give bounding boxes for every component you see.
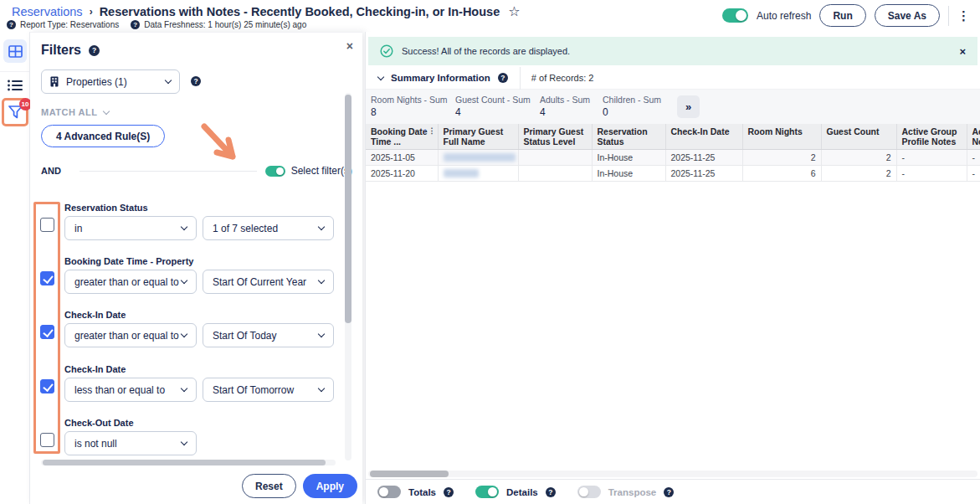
filter-operator-select[interactable]: greater than or equal to — [64, 270, 197, 294]
filter-field-label: Booking Date Time - Property — [64, 256, 193, 266]
stat-label: Adults - Sum — [540, 95, 590, 105]
filters-title: Filters — [41, 43, 81, 58]
sidebar-item-filters[interactable]: 10 — [8, 105, 23, 120]
chevron-down-icon — [318, 224, 325, 230]
filter-operator-select[interactable]: less than or equal to — [64, 378, 197, 402]
column-header-check-in-date[interactable]: Check-In Date — [665, 124, 742, 150]
table-horizontal-scrollbar[interactable] — [368, 471, 977, 477]
filter-checkbox[interactable] — [40, 325, 54, 339]
column-header-room-nights[interactable]: Room Nights — [742, 124, 821, 150]
panel-horizontal-scrollbar[interactable] — [41, 460, 336, 465]
column-menu-icon[interactable]: ⋮ — [428, 127, 436, 135]
table-header-row: Booking Date Time ... ↑ ⋮ Primary Guest … — [366, 124, 980, 150]
chevron-down-icon — [318, 331, 325, 337]
table-row[interactable]: 2025-11-05 In-House 2025-11-25 2 2 - - — [366, 150, 980, 166]
help-icon[interactable]: ? — [191, 76, 201, 86]
filter-checkbox[interactable] — [40, 218, 54, 232]
properties-dropdown[interactable]: Properties (1) — [41, 69, 180, 94]
table-row[interactable]: 2025-11-20 In-House 2025-11-25 6 2 - - — [366, 166, 980, 182]
more-options-icon[interactable]: ⋮ — [957, 9, 970, 22]
success-banner: Success! All of the records are displaye… — [368, 37, 977, 65]
filter-checkbox[interactable] — [40, 379, 54, 393]
chevron-down-icon — [181, 385, 187, 392]
filters-annotation-box: 10 — [2, 98, 28, 126]
chevron-down-icon — [165, 77, 172, 84]
collapse-chevron-icon[interactable] — [377, 73, 384, 80]
filter-value-select[interactable]: Start Of Today — [203, 323, 334, 347]
save-as-button[interactable]: Save As — [875, 4, 940, 27]
apply-button[interactable]: Apply — [303, 474, 357, 498]
close-icon[interactable]: × — [346, 39, 353, 53]
run-button[interactable]: Run — [819, 4, 865, 27]
reset-button[interactable]: Reset — [242, 474, 296, 498]
filter-value-select[interactable]: 1 of 7 selected — [203, 216, 334, 240]
details-toggle[interactable] — [475, 486, 499, 498]
success-check-icon — [380, 44, 393, 58]
sort-ascending-icon[interactable]: ↑ — [423, 126, 428, 136]
help-icon[interactable]: ? — [131, 20, 140, 29]
filter-operator-select[interactable]: greater than or equal to — [64, 323, 197, 347]
filter-value-select[interactable]: Start Of Current Year — [203, 270, 334, 294]
totals-toggle[interactable] — [377, 486, 401, 498]
sidebar-item-list-view[interactable] — [6, 79, 24, 92]
close-icon[interactable]: × — [959, 45, 966, 58]
breadcrumb-reservations-link[interactable]: Reservations — [12, 5, 83, 18]
help-icon[interactable]: ? — [546, 487, 556, 497]
match-all-dropdown[interactable]: MATCH ALL — [41, 107, 109, 117]
column-header-active-group-profile-notes[interactable]: Active Group Profile Notes — [896, 124, 967, 150]
filter-operator-select[interactable]: in — [64, 216, 197, 240]
filters-panel: × Filters ? Properties (1) ? MATCH ALL 4… — [30, 32, 362, 504]
scrollbar-thumb[interactable] — [345, 95, 351, 323]
advanced-rules-button[interactable]: 4 Advanced Rule(S) — [41, 125, 165, 147]
expand-stats-button[interactable]: » — [677, 95, 700, 118]
column-header-active-notes[interactable]: Active Notes — [967, 124, 980, 150]
building-icon — [50, 76, 59, 87]
breadcrumb-separator-icon: › — [90, 6, 93, 18]
cell-guest-count: 2 — [821, 166, 896, 182]
filter-checkbox[interactable] — [40, 271, 54, 285]
transpose-toggle[interactable] — [577, 486, 601, 498]
filter-field-label: Check-In Date — [64, 310, 126, 320]
cell-room-nights: 2 — [742, 150, 821, 166]
scrollbar-thumb[interactable] — [370, 471, 449, 477]
chevron-down-icon — [181, 439, 187, 445]
summary-info-row: Summary Information ? # of Records: 2 — [366, 67, 980, 90]
column-header-reservation-status[interactable]: Reservation Status — [592, 124, 665, 150]
and-operator-label: AND — [41, 166, 61, 176]
select-filters-toggle[interactable] — [265, 166, 285, 177]
stat-label: Children - Sum — [603, 95, 661, 105]
filter-value-select[interactable]: Start Of Tomorrow — [203, 378, 334, 402]
list-icon — [8, 80, 23, 91]
scrollbar-thumb[interactable] — [43, 460, 326, 465]
help-icon[interactable]: ? — [89, 45, 100, 56]
stat-value: 0 — [603, 106, 661, 118]
cell-group-profile-notes: - — [896, 150, 967, 166]
stat-value: 4 — [455, 106, 531, 118]
view-options-bar: Totals ? Details ? Transpose ? — [366, 479, 980, 504]
filter-operator-select[interactable]: is not null — [64, 431, 197, 455]
column-header-guest-count[interactable]: Guest Count — [821, 124, 896, 150]
help-icon[interactable]: ? — [7, 20, 16, 29]
help-icon[interactable]: ? — [498, 73, 508, 83]
column-header-primary-guest-full-name[interactable]: Primary Guest Full Name — [438, 124, 518, 150]
column-header-primary-guest-status-level[interactable]: Primary Guest Status Level — [518, 124, 592, 150]
filter-field-label: Reservation Status — [64, 203, 148, 213]
help-icon[interactable]: ? — [664, 487, 674, 497]
top-actions: Auto refresh Run Save As ⋮ — [722, 4, 970, 27]
cell-active-notes: - — [967, 150, 980, 166]
chevron-down-icon — [181, 277, 187, 284]
cell-room-nights: 6 — [742, 166, 821, 182]
panel-vertical-scrollbar[interactable] — [345, 93, 351, 460]
help-icon[interactable]: ? — [444, 487, 454, 497]
stat-value: 4 — [540, 106, 590, 118]
auto-refresh-toggle[interactable] — [722, 8, 748, 23]
chevron-down-icon — [318, 385, 325, 392]
favorite-star-icon[interactable]: ☆ — [508, 3, 520, 19]
stat-label: Guest Count - Sum — [455, 95, 531, 105]
divider — [80, 171, 257, 172]
summary-information-label[interactable]: Summary Information — [391, 73, 490, 83]
sidebar-item-table-view[interactable] — [3, 39, 27, 63]
column-header-booking-date-time[interactable]: Booking Date Time ... ↑ ⋮ — [366, 124, 438, 150]
stat-label: Room Nights - Sum — [371, 95, 448, 105]
filter-checkbox[interactable] — [40, 433, 54, 447]
